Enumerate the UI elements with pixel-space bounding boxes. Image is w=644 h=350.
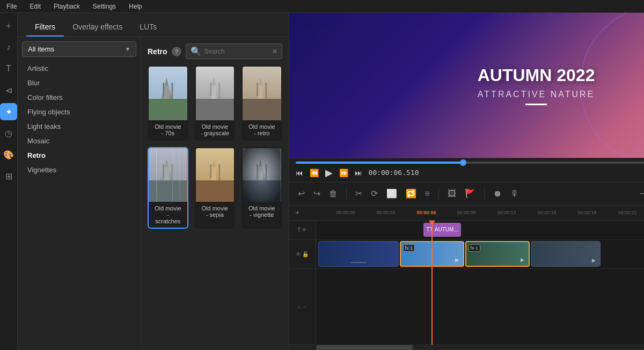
filter-thumb-70s [149, 67, 187, 120]
clip-arrow-3: ▶ [592, 258, 596, 263]
cut-button[interactable]: ✂ [353, 186, 364, 201]
svg-rect-31 [210, 164, 211, 178]
color-icon[interactable]: 🎨 [0, 146, 17, 163]
tick-15: 00:00:15 [538, 210, 578, 215]
svg-rect-17 [265, 83, 267, 99]
search-input[interactable] [204, 48, 269, 55]
time-icon[interactable]: ◷ [0, 125, 17, 142]
redo-button[interactable]: ↪ [311, 186, 323, 201]
svg-rect-5 [171, 83, 173, 99]
grid-title: Retro [148, 47, 167, 56]
dropdown-label: All items [28, 45, 54, 53]
eye-icon-video[interactable]: 👁 [296, 251, 301, 257]
filter-label-grayscale: Old movie - grayscale [196, 120, 235, 140]
text-icon[interactable]: T [0, 60, 17, 77]
sidebar-item-mosaic[interactable]: Mosaic [22, 134, 136, 148]
text-track-icon-label: T [297, 227, 301, 233]
step-forward-button[interactable]: ⏩ [339, 169, 348, 177]
filters-panel: Filters Overlay effects LUTs All items ▼… [18, 13, 289, 350]
timeline-scrollbar[interactable] [289, 345, 644, 350]
clip-1-bar [350, 262, 367, 263]
filter-card-grayscale[interactable]: Old movie - grayscale [195, 65, 236, 141]
sidebar-item-retro[interactable]: Retro [22, 148, 136, 163]
progress-fill [296, 162, 464, 164]
sidebar-item-flying-objects[interactable]: Flying objects [22, 105, 136, 119]
svg-rect-10 [210, 83, 211, 96]
timeline-cursor [431, 221, 433, 345]
tab-overlay[interactable]: Overlay effects [64, 18, 131, 37]
tracks-container: T 👁 👁 🔓 ♪ → [289, 221, 644, 345]
sidebar-item-artistic[interactable]: Artistic [22, 61, 136, 76]
menu-edit[interactable]: Edit [27, 2, 43, 11]
clip-3[interactable]: fx·1 ▶ [465, 241, 530, 267]
filter-card-retro[interactable]: Old movie - retro [241, 65, 282, 141]
filter-label-scratches: Old movie -scratches [149, 202, 187, 228]
separator-3 [484, 187, 485, 200]
delete-button[interactable]: 🗑 [327, 187, 340, 201]
filters-tabs: Filters Overlay effects LUTs [18, 13, 289, 37]
flag-button[interactable]: 🚩 [463, 186, 478, 201]
transition-icon[interactable]: ⊲ [0, 82, 17, 99]
undo-button[interactable]: ↩ [296, 186, 307, 201]
add-track-icon[interactable]: ＋ [294, 208, 301, 217]
right-area: AUTUMN 2022 ATTRACTIVE NATURE ? ⏮ ⏪ ▶ ⏩ … [289, 13, 644, 350]
step-back-button[interactable]: ⏪ [310, 169, 319, 177]
menu-help[interactable]: Help [127, 2, 144, 11]
arrow-right-icon[interactable]: → [302, 304, 307, 310]
title-divider [525, 104, 547, 105]
record-button[interactable]: ⏺ [491, 187, 504, 201]
audio-track-row [316, 269, 644, 285]
sidebar-item-color-filters[interactable]: Color filters [22, 90, 136, 105]
goto-end-button[interactable]: ⏭ [355, 169, 362, 177]
grid-header: Retro ? 🔍 ✕ [148, 43, 282, 59]
menu-playback[interactable]: Playback [52, 2, 82, 11]
filter-card-70s[interactable]: Old movie - 70s [148, 65, 188, 141]
menu-file[interactable]: File [4, 2, 19, 11]
play-button[interactable]: ▶ [325, 167, 333, 179]
effects-icon[interactable]: ✦ [0, 103, 17, 120]
eye-icon-text[interactable]: 👁 [302, 227, 307, 233]
filter-card-sepia[interactable]: Old movie - sepia [195, 147, 236, 229]
zoom-control: − + [640, 189, 644, 199]
svg-rect-21 [164, 167, 170, 180]
menu-settings[interactable]: Settings [91, 2, 118, 11]
music-icon[interactable]: ♪ [0, 39, 17, 56]
svg-rect-39 [243, 148, 281, 202]
filter-card-scratches[interactable]: Old movie -scratches [148, 147, 188, 229]
help-icon[interactable]: ? [172, 47, 181, 56]
svg-rect-11 [218, 83, 220, 99]
sidebar-item-light-leaks[interactable]: Light leaks [22, 119, 136, 134]
tick-6: 00:00:06 [417, 210, 457, 215]
sidebar-item-vignettes[interactable]: Vignettes [22, 163, 136, 177]
tab-luts[interactable]: LUTs [131, 18, 165, 37]
timeline-ruler: 00:00:00 00:00:03 00:00:06 00:00:09 00:0… [304, 210, 644, 215]
sidebar-item-blur[interactable]: Blur [22, 76, 136, 90]
clip-4[interactable]: ▶ [531, 241, 601, 267]
transport-controls: ⏮ ⏪ ▶ ⏩ ⏭ 00:00:06.510 🔊 📷 ⋮ [296, 167, 644, 179]
lock-icon-video[interactable]: 🔓 [302, 251, 309, 257]
filters-grid-area: Retro ? 🔍 ✕ [141, 37, 289, 350]
goto-start-button[interactable]: ⏮ [296, 169, 303, 177]
rotate-button[interactable]: ⟳ [369, 186, 380, 201]
left-toolbar: ＋ ♪ T ⊲ ✦ ◷ 🎨 ⊞ [0, 13, 18, 350]
filter-thumb-grayscale [196, 67, 235, 120]
loop-button[interactable]: 🔁 [404, 186, 419, 201]
scrollbar-thumb[interactable] [316, 345, 413, 350]
apps-icon[interactable]: ⊞ [0, 167, 17, 185]
filter-label-vignette: Old movie - vignette [243, 202, 281, 221]
clip-1[interactable] [318, 241, 399, 267]
crop-button[interactable]: ⬜ [384, 186, 399, 201]
image-button[interactable]: 🖼 [445, 187, 458, 201]
list-button[interactable]: ≡ [423, 187, 432, 201]
zoom-minus-icon[interactable]: − [640, 189, 644, 199]
clear-search-icon[interactable]: ✕ [272, 48, 277, 55]
add-icon[interactable]: ＋ [0, 17, 17, 34]
filter-thumb-retro [243, 67, 281, 120]
preview-main-title: AUTUMN 2022 [478, 65, 595, 85]
svg-rect-7 [196, 99, 235, 120]
filter-card-vignette[interactable]: Old movie - vignette [241, 147, 282, 229]
tab-filters[interactable]: Filters [26, 18, 64, 37]
category-dropdown[interactable]: All items ▼ [22, 41, 136, 57]
progress-bar[interactable] [296, 162, 644, 164]
mic-button[interactable]: 🎙 [508, 187, 521, 201]
